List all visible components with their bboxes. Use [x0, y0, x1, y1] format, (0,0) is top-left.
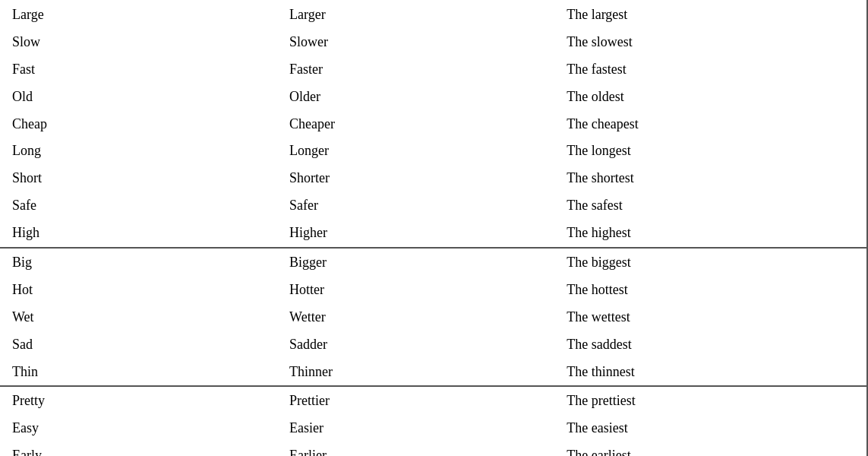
- superlative-form: The slowest: [554, 29, 866, 56]
- superlative-form: The largest: [554, 0, 866, 29]
- superlative-form: The fastest: [554, 56, 866, 84]
- comparative-form: Easier: [277, 415, 554, 442]
- base-form: Pretty: [0, 386, 277, 415]
- comparative-form: Faster: [277, 56, 554, 84]
- superlative-form: The thinnest: [554, 359, 866, 387]
- base-form: Wet: [0, 304, 277, 331]
- comparative-form: Larger: [277, 0, 554, 29]
- superlative-form: The highest: [554, 220, 866, 248]
- base-form: Thin: [0, 359, 277, 387]
- superlative-form: The easiest: [554, 415, 866, 442]
- superlative-form: The saddest: [554, 331, 866, 359]
- base-form: Hot: [0, 277, 277, 304]
- base-form: Old: [0, 84, 277, 111]
- comparative-form: Bigger: [277, 248, 554, 277]
- superlative-form: The cheapest: [554, 111, 866, 138]
- comparative-form: Older: [277, 84, 554, 111]
- base-form: Easy: [0, 415, 277, 442]
- base-form: Early: [0, 442, 277, 456]
- base-form: High: [0, 220, 277, 248]
- comparative-form: Shorter: [277, 165, 554, 192]
- base-form: Safe: [0, 192, 277, 220]
- base-form: Large: [0, 0, 277, 29]
- superlative-form: The wettest: [554, 304, 866, 331]
- comparative-form: Earlier: [277, 442, 554, 456]
- superlative-form: The shortest: [554, 165, 866, 192]
- comparative-form: Hotter: [277, 277, 554, 304]
- main-table-container: LargeLargerThe largestSlowSlowerThe slow…: [0, 0, 868, 456]
- superlative-form: The longest: [554, 138, 866, 165]
- base-form: Cheap: [0, 111, 277, 138]
- comparative-form: Cheaper: [277, 111, 554, 138]
- superlative-form: The earliest: [554, 442, 866, 456]
- comparative-form: Slower: [277, 29, 554, 56]
- superlative-form: The oldest: [554, 84, 866, 111]
- comparative-form: Safer: [277, 192, 554, 220]
- superlative-form: The safest: [554, 192, 866, 220]
- adjective-table: LargeLargerThe largestSlowSlowerThe slow…: [0, 0, 866, 456]
- superlative-form: The hottest: [554, 277, 866, 304]
- comparative-form: Higher: [277, 220, 554, 248]
- superlative-form: The prettiest: [554, 386, 866, 415]
- comparative-form: Thinner: [277, 359, 554, 387]
- base-form: Fast: [0, 56, 277, 84]
- comparative-form: Sadder: [277, 331, 554, 359]
- base-form: Slow: [0, 29, 277, 56]
- comparative-form: Longer: [277, 138, 554, 165]
- base-form: Long: [0, 138, 277, 165]
- base-form: Sad: [0, 331, 277, 359]
- comparative-form: Prettier: [277, 386, 554, 415]
- superlative-form: The biggest: [554, 248, 866, 277]
- base-form: Big: [0, 248, 277, 277]
- base-form: Short: [0, 165, 277, 192]
- comparative-form: Wetter: [277, 304, 554, 331]
